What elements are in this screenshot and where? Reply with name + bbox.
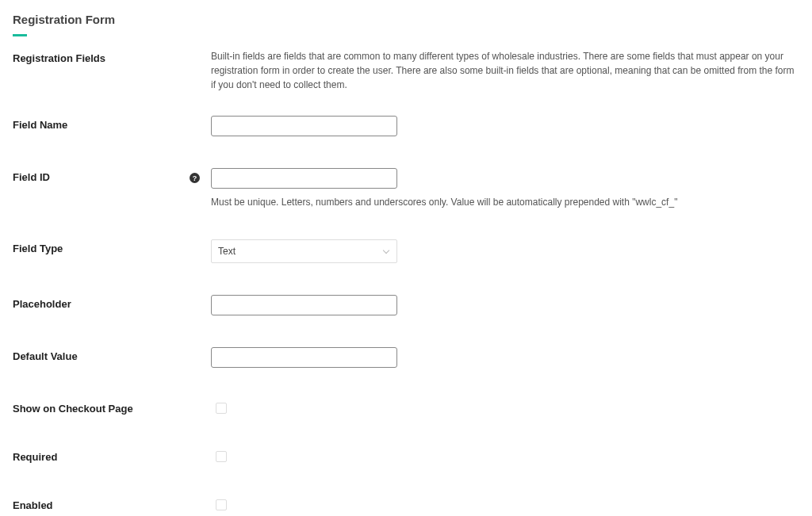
field-id-input[interactable] [211, 168, 397, 189]
page-title: Registration Form [13, 13, 799, 26]
section-description: Built-in fields are fields that are comm… [211, 49, 799, 92]
help-icon[interactable]: ? [190, 173, 200, 183]
default-value-input[interactable] [211, 347, 397, 368]
field-id-label-text: Field ID [13, 171, 50, 183]
required-label: Required [13, 448, 211, 463]
chevron-down-icon [382, 247, 390, 255]
default-value-label: Default Value [13, 347, 211, 362]
field-name-input[interactable] [211, 116, 397, 136]
field-type-label: Field Type [13, 239, 211, 254]
show-on-checkout-label: Show on Checkout Page [13, 399, 211, 415]
field-type-select[interactable]: Text [211, 239, 397, 263]
required-checkbox[interactable] [216, 451, 227, 462]
placeholder-label: Placeholder [13, 295, 211, 310]
field-id-helper: Must be unique. Letters, numbers and und… [211, 197, 799, 208]
enabled-checkbox[interactable] [216, 499, 227, 510]
field-type-selected: Text [218, 246, 236, 257]
show-on-checkout-checkbox[interactable] [216, 403, 227, 414]
enabled-label: Enabled [13, 496, 211, 511]
field-name-label: Field Name [13, 116, 211, 131]
accent-underline [13, 34, 27, 36]
field-id-label: Field ID ? [13, 168, 211, 183]
placeholder-input[interactable] [211, 295, 397, 315]
section-heading: Registration Fields [13, 49, 211, 64]
